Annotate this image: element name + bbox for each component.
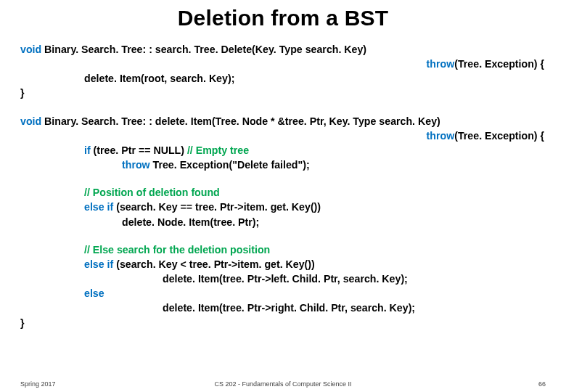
keyword-throw: throw — [427, 58, 455, 70]
code-comment: // Empty tree — [187, 144, 249, 156]
keyword-if: if — [84, 144, 91, 156]
keyword-throw: throw — [122, 159, 150, 171]
code-line: throw(Tree. Exception) { — [20, 57, 546, 71]
code-line: delete. Item(tree. Ptr->left. Child. Ptr… — [20, 271, 546, 286]
code-line: delete. Node. Item(tree. Ptr); — [20, 215, 546, 229]
code-line: throw(Tree. Exception) { — [20, 128, 546, 143]
code-line: if (tree. Ptr == NULL) // Empty tree — [20, 143, 546, 158]
slide-title: Deletion from a BST — [20, 6, 546, 30]
code-text: (Tree. Exception) { — [454, 58, 544, 70]
footer-page-number: 66 — [538, 380, 546, 388]
code-text: (tree. Ptr == NULL) — [91, 144, 187, 156]
slide: Deletion from a BST void Binary. Search.… — [0, 0, 566, 392]
keyword-else: else — [20, 286, 546, 301]
spacer — [20, 172, 546, 185]
code-block-2: void Binary. Search. Tree: : delete. Ite… — [20, 114, 546, 330]
code-text: (search. Key < tree. Ptr->item. get. Key… — [113, 258, 315, 270]
keyword-void: void — [20, 115, 41, 127]
footer: Spring 2017 CS 202 - Fundamentals of Com… — [0, 376, 566, 388]
keyword-void: void — [20, 44, 41, 55]
code-line: delete. Item(tree. Ptr->right. Child. Pt… — [20, 301, 546, 315]
code-block-1: void Binary. Search. Tree: : search. Tre… — [20, 42, 546, 101]
code-text: Binary. Search. Tree: : delete. Item(Tre… — [41, 115, 440, 127]
keyword-else-if: else if — [84, 258, 113, 270]
keyword-throw: throw — [427, 130, 455, 142]
code-line: } — [20, 86, 546, 100]
code-line: void Binary. Search. Tree: : search. Tre… — [20, 42, 546, 57]
code-line: } — [20, 316, 546, 330]
code-text: Binary. Search. Tree: : search. Tree. De… — [41, 44, 366, 55]
code-line: else if (search. Key < tree. Ptr->item. … — [20, 257, 546, 271]
code-line: else if (search. Key == tree. Ptr->item.… — [20, 200, 546, 214]
spacer — [20, 229, 546, 242]
footer-center: CS 202 - Fundamentals of Computer Scienc… — [0, 380, 566, 388]
keyword-else-if: else if — [84, 201, 113, 213]
code-line: void Binary. Search. Tree: : delete. Ite… — [20, 114, 546, 128]
code-text: (Tree. Exception) { — [454, 130, 544, 142]
code-line: delete. Item(root, search. Key); — [20, 71, 546, 86]
code-comment-line: // Else search for the deletion position — [20, 242, 546, 257]
code-line: throw Tree. Exception("Delete failed"); — [20, 158, 546, 172]
code-text: (search. Key == tree. Ptr->item. get. Ke… — [113, 201, 321, 213]
code-text: Tree. Exception("Delete failed"); — [150, 159, 310, 171]
spacer — [20, 101, 546, 114]
code-comment-line: // Position of deletion found — [20, 185, 546, 200]
